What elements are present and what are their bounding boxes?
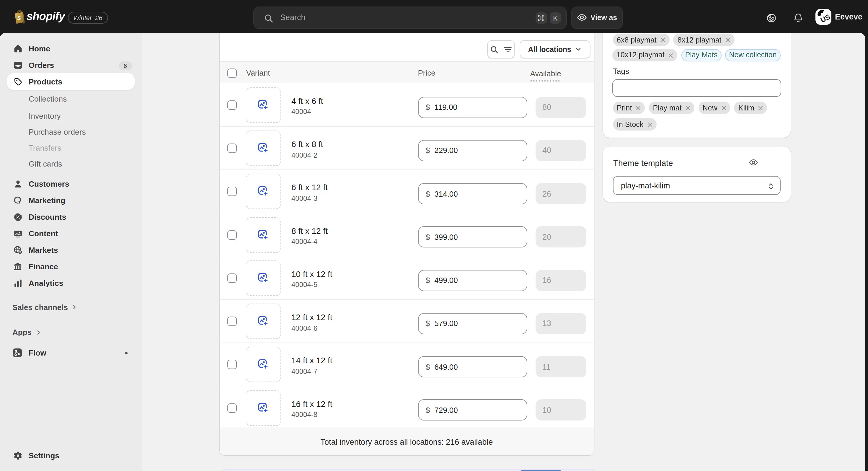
svg-text:s: s [17, 13, 21, 21]
